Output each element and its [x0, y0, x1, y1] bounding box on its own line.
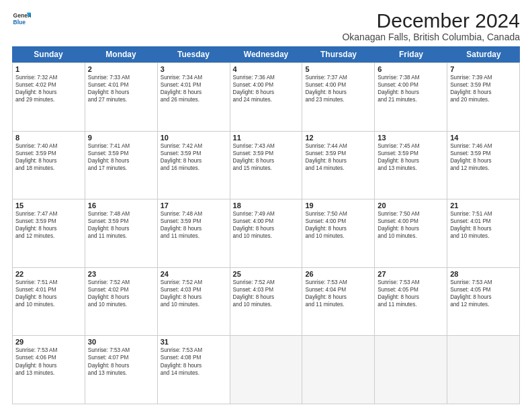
sunrise-line: Sunrise: 7:52 AM: [233, 279, 300, 286]
sunset-line: Sunset: 4:00 PM: [233, 218, 300, 225]
sunrise-line: Sunrise: 7:53 AM: [450, 279, 517, 286]
cal-cell: 16Sunrise: 7:48 AMSunset: 3:59 PMDayligh…: [85, 199, 158, 267]
sunrise-line: Sunrise: 7:50 AM: [305, 210, 371, 218]
sunrise-line: Sunrise: 7:53 AM: [15, 347, 82, 354]
sunrise-line: Sunrise: 7:53 AM: [161, 347, 227, 354]
calendar-body: 1Sunrise: 7:32 AMSunset: 4:02 PMDaylight…: [12, 62, 520, 404]
daylight-line1: Daylight: 8 hours: [233, 225, 300, 232]
daylight-line1: Daylight: 8 hours: [161, 89, 227, 96]
cal-cell: 28Sunrise: 7:53 AMSunset: 4:05 PMDayligh…: [447, 268, 520, 336]
cal-cell: 18Sunrise: 7:49 AMSunset: 4:00 PMDayligh…: [230, 199, 303, 267]
daylight-line1: Daylight: 8 hours: [161, 225, 227, 232]
daylight-line2: and 13 minutes.: [378, 165, 444, 172]
sunrise-line: Sunrise: 7:48 AM: [161, 210, 227, 218]
daylight-line2: and 21 minutes.: [378, 96, 444, 103]
sunset-line: Sunset: 3:59 PM: [450, 81, 517, 89]
sunset-line: Sunset: 3:59 PM: [88, 218, 154, 225]
week-row-1: 1Sunrise: 7:32 AMSunset: 4:02 PMDaylight…: [13, 62, 520, 131]
daylight-line1: Daylight: 8 hours: [378, 225, 444, 232]
day-of-week-thursday: Thursday: [302, 46, 375, 62]
daylight-line1: Daylight: 8 hours: [15, 362, 82, 369]
day-number: 25: [233, 270, 300, 278]
daylight-line1: Daylight: 8 hours: [88, 293, 154, 301]
sunrise-line: Sunrise: 7:38 AM: [378, 74, 444, 81]
sunset-line: Sunset: 3:59 PM: [161, 218, 227, 225]
day-of-week-monday: Monday: [85, 46, 157, 62]
sunset-line: Sunset: 3:59 PM: [15, 150, 82, 157]
cal-cell: 1Sunrise: 7:32 AMSunset: 4:02 PMDaylight…: [13, 63, 85, 131]
cal-cell: 20Sunrise: 7:50 AMSunset: 4:00 PMDayligh…: [375, 199, 447, 267]
day-number: 7: [450, 65, 517, 73]
sunrise-line: Sunrise: 7:49 AM: [233, 210, 300, 218]
sunset-line: Sunset: 4:01 PM: [450, 218, 517, 225]
daylight-line2: and 11 minutes.: [88, 232, 154, 240]
sunset-line: Sunset: 4:01 PM: [15, 286, 82, 293]
cal-cell: [230, 336, 303, 404]
daylight-line1: Daylight: 8 hours: [15, 293, 82, 301]
cal-cell: 17Sunrise: 7:48 AMSunset: 3:59 PMDayligh…: [158, 199, 230, 267]
day-of-week-tuesday: Tuesday: [157, 46, 230, 62]
day-number: 2: [88, 65, 154, 73]
day-number: 27: [378, 270, 444, 278]
sunset-line: Sunset: 4:05 PM: [378, 286, 444, 293]
sunset-line: Sunset: 4:04 PM: [305, 286, 371, 293]
cal-cell: 23Sunrise: 7:52 AMSunset: 4:02 PMDayligh…: [85, 268, 158, 336]
day-number: 23: [88, 270, 154, 278]
cal-cell: 15Sunrise: 7:47 AMSunset: 3:59 PMDayligh…: [13, 199, 85, 267]
cal-cell: 26Sunrise: 7:53 AMSunset: 4:04 PMDayligh…: [302, 268, 375, 336]
sunset-line: Sunset: 4:00 PM: [233, 81, 300, 89]
daylight-line2: and 10 minutes.: [88, 301, 154, 308]
day-of-week-saturday: Saturday: [447, 46, 520, 62]
sunrise-line: Sunrise: 7:42 AM: [161, 142, 227, 150]
day-number: 18: [233, 201, 300, 210]
sunrise-line: Sunrise: 7:32 AM: [15, 74, 82, 81]
cal-cell: 3Sunrise: 7:34 AMSunset: 4:01 PMDaylight…: [158, 63, 230, 131]
daylight-line1: Daylight: 8 hours: [161, 362, 227, 369]
page: General Blue December 2024 Okanagan Fall…: [0, 0, 532, 411]
daylight-line1: Daylight: 8 hours: [88, 362, 154, 369]
cal-cell: 10Sunrise: 7:42 AMSunset: 3:59 PMDayligh…: [158, 132, 230, 199]
day-number: 11: [233, 134, 300, 142]
svg-text:Blue: Blue: [13, 19, 26, 26]
sunset-line: Sunset: 3:59 PM: [161, 150, 227, 157]
daylight-line1: Daylight: 8 hours: [161, 293, 227, 301]
daylight-line2: and 10 minutes.: [161, 301, 227, 308]
cal-cell: [375, 336, 447, 404]
sunrise-line: Sunrise: 7:46 AM: [450, 142, 517, 150]
sunrise-line: Sunrise: 7:53 AM: [305, 279, 371, 286]
cal-cell: 8Sunrise: 7:40 AMSunset: 3:59 PMDaylight…: [13, 132, 85, 199]
sunset-line: Sunset: 4:00 PM: [378, 81, 444, 89]
daylight-line2: and 16 minutes.: [161, 165, 227, 172]
sunset-line: Sunset: 4:00 PM: [305, 218, 371, 225]
sunset-line: Sunset: 3:59 PM: [88, 150, 154, 157]
header: General Blue December 2024 Okanagan Fall…: [12, 9, 520, 42]
sunset-line: Sunset: 4:03 PM: [161, 286, 227, 293]
sunrise-line: Sunrise: 7:53 AM: [88, 347, 154, 354]
daylight-line2: and 29 minutes.: [15, 96, 82, 103]
cal-cell: 13Sunrise: 7:45 AMSunset: 3:59 PMDayligh…: [375, 132, 447, 199]
cal-cell: 31Sunrise: 7:53 AMSunset: 4:08 PMDayligh…: [158, 336, 230, 404]
day-number: 3: [161, 65, 227, 73]
day-number: 29: [15, 338, 82, 346]
main-title: December 2024: [342, 9, 520, 32]
sunrise-line: Sunrise: 7:45 AM: [378, 142, 444, 150]
day-number: 24: [161, 270, 227, 278]
sunrise-line: Sunrise: 7:36 AM: [233, 74, 300, 81]
daylight-line2: and 14 minutes.: [305, 165, 371, 172]
daylight-line1: Daylight: 8 hours: [450, 89, 517, 96]
week-row-3: 15Sunrise: 7:47 AMSunset: 3:59 PMDayligh…: [13, 199, 520, 267]
sunset-line: Sunset: 4:00 PM: [305, 81, 371, 89]
daylight-line1: Daylight: 8 hours: [88, 225, 154, 232]
cal-cell: 7Sunrise: 7:39 AMSunset: 3:59 PMDaylight…: [447, 63, 520, 131]
daylight-line1: Daylight: 8 hours: [305, 293, 371, 301]
day-number: 12: [305, 134, 371, 142]
day-number: 9: [88, 134, 154, 142]
daylight-line1: Daylight: 8 hours: [305, 89, 371, 96]
daylight-line2: and 11 minutes.: [161, 232, 227, 240]
day-number: 16: [88, 201, 154, 210]
sunset-line: Sunset: 4:02 PM: [88, 286, 154, 293]
sunrise-line: Sunrise: 7:40 AM: [15, 142, 82, 150]
daylight-line1: Daylight: 8 hours: [378, 293, 444, 301]
daylight-line1: Daylight: 8 hours: [378, 89, 444, 96]
day-number: 8: [15, 134, 82, 142]
